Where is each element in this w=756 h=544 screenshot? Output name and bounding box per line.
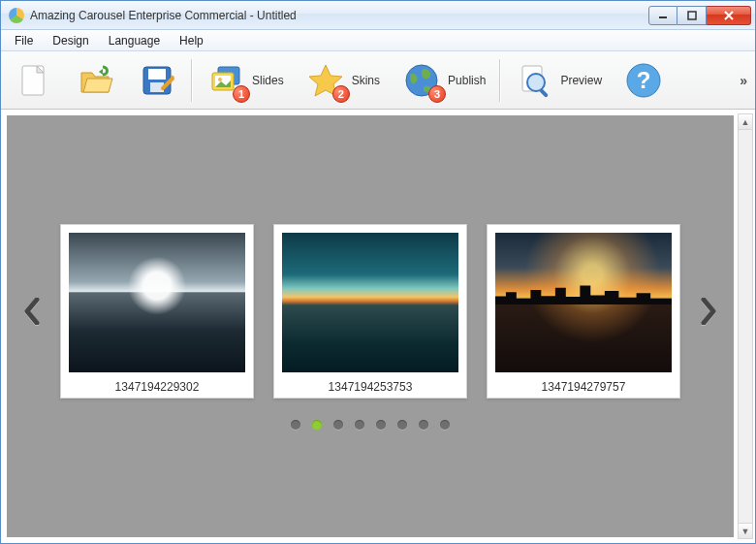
slide-caption: 1347194253753	[282, 372, 458, 394]
preview-label: Preview	[560, 74, 602, 87]
save-button[interactable]	[133, 57, 181, 104]
cards-row: 1347194229302 1347194253753 134719427975…	[60, 224, 680, 399]
slides-label: Slides	[252, 74, 284, 87]
badge-2: 2	[332, 85, 350, 103]
slides-button[interactable]: 1 Slides	[202, 57, 288, 104]
maximize-icon	[687, 11, 697, 20]
scroll-down-button[interactable]: ▼	[739, 523, 752, 538]
svg-rect-1	[688, 12, 696, 19]
slide-thumbnail	[495, 233, 672, 372]
pagination-dot[interactable]	[440, 420, 450, 430]
globe-icon: 3	[401, 60, 442, 101]
minimize-icon	[658, 11, 668, 20]
new-file-icon	[13, 60, 53, 101]
svg-point-9	[218, 78, 222, 81]
carousel-row: 1347194229302 1347194253753 134719427975…	[7, 224, 734, 399]
open-button[interactable]	[71, 57, 119, 104]
maximize-button[interactable]	[677, 6, 707, 25]
app-icon	[9, 8, 24, 23]
open-folder-icon	[75, 60, 115, 101]
svg-rect-13	[540, 88, 550, 98]
slide-thumbnail	[69, 233, 245, 372]
slide-card[interactable]: 1347194253753	[273, 224, 467, 399]
star-icon: 2	[305, 60, 346, 101]
pagination-dot[interactable]	[333, 420, 343, 430]
pagination-dots	[291, 420, 450, 430]
window-controls	[648, 6, 751, 25]
titlebar: Amazing Carousel Enterprise Commercial -…	[1, 1, 755, 30]
skins-label: Skins	[352, 74, 380, 87]
window-title: Amazing Carousel Enterprise Commercial -…	[30, 9, 648, 22]
slides-icon: 1	[205, 60, 246, 101]
badge-3: 3	[428, 85, 446, 103]
svg-point-12	[527, 74, 545, 91]
next-arrow[interactable]	[698, 296, 719, 327]
close-button[interactable]	[707, 6, 751, 25]
minimize-button[interactable]	[648, 6, 677, 25]
svg-rect-0	[659, 16, 667, 18]
toolbar-separator	[191, 59, 192, 102]
toolbar-separator	[499, 59, 500, 102]
menu-file[interactable]: File	[5, 32, 43, 49]
magnifier-icon	[514, 60, 554, 101]
chevron-right-icon	[700, 298, 717, 325]
toolbar-overflow[interactable]: »	[740, 73, 747, 88]
close-icon	[723, 11, 735, 20]
pagination-dot[interactable]	[397, 420, 407, 430]
help-icon: ?	[623, 60, 664, 101]
publish-label: Publish	[448, 74, 486, 87]
scroll-up-button[interactable]: ▲	[739, 114, 752, 130]
pagination-dot[interactable]	[355, 420, 364, 430]
content-area: 1347194229302 1347194253753 134719427975…	[1, 110, 755, 543]
slide-caption: 1347194279757	[495, 372, 672, 394]
svg-rect-4	[148, 69, 166, 80]
slide-card[interactable]: 1347194229302	[60, 224, 254, 399]
pagination-dot[interactable]	[376, 420, 386, 430]
publish-button[interactable]: 3 Publish	[397, 57, 489, 104]
slide-card[interactable]: 1347194279757	[487, 224, 680, 399]
help-button[interactable]: ?	[619, 57, 668, 104]
badge-1: 1	[233, 85, 250, 103]
save-icon	[137, 60, 177, 101]
pagination-dot[interactable]	[291, 420, 300, 430]
new-button[interactable]	[9, 57, 57, 104]
menu-language[interactable]: Language	[99, 32, 170, 49]
svg-text:?: ?	[637, 67, 651, 93]
chevron-left-icon	[23, 298, 41, 325]
slide-caption: 1347194229302	[69, 372, 245, 394]
menu-design[interactable]: Design	[43, 32, 98, 49]
preview-button[interactable]: Preview	[510, 57, 606, 104]
menubar: File Design Language Help	[1, 30, 755, 51]
vertical-scrollbar[interactable]: ▲ ▼	[738, 113, 753, 539]
pagination-dot[interactable]	[312, 420, 322, 430]
prev-arrow[interactable]	[21, 296, 43, 327]
pagination-dot[interactable]	[419, 420, 428, 430]
carousel-stage: 1347194229302 1347194253753 134719427975…	[7, 115, 734, 537]
toolbar: 1 Slides 2 Skins 3 Publish	[1, 51, 755, 110]
menu-help[interactable]: Help	[170, 32, 213, 49]
skins-button[interactable]: 2 Skins	[301, 57, 384, 104]
slide-thumbnail	[282, 233, 458, 372]
